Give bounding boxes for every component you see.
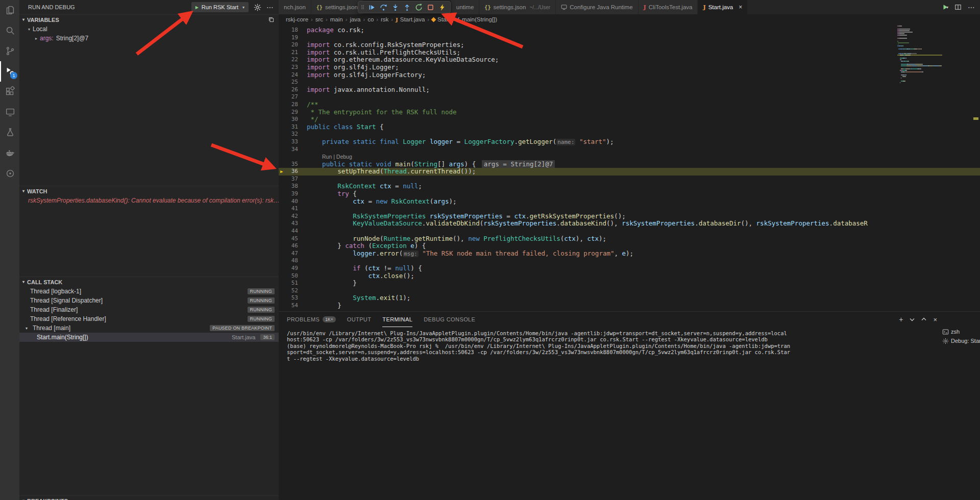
code-line-50[interactable]: 50 ctx.close(); bbox=[279, 272, 980, 280]
continue-button[interactable] bbox=[366, 2, 377, 13]
terminal-session-zsh[interactable]: zsh bbox=[940, 327, 980, 336]
breadcrumb-main-string[interactable]: ƒmain(String[]) bbox=[457, 16, 497, 22]
gutter[interactable]: 38 bbox=[279, 183, 307, 190]
restart-button[interactable] bbox=[413, 2, 424, 13]
code-line-38[interactable]: 38 RskContext ctx = null; bbox=[279, 183, 980, 190]
breadcrumb-rsk[interactable]: rsk bbox=[381, 16, 388, 22]
gutter[interactable]: 28 bbox=[279, 101, 307, 109]
tab-start-java[interactable]: JStart.java× bbox=[698, 0, 748, 14]
code-line-22[interactable]: 22import org.ethereum.datasource.KeyValu… bbox=[279, 56, 980, 64]
variables-header[interactable]: ▾ VARIABLES bbox=[19, 14, 279, 24]
step-out-button[interactable] bbox=[401, 2, 412, 13]
tab-clitoolstest-java[interactable]: JCliToolsTest.java bbox=[639, 0, 698, 14]
code-line-24[interactable]: 24import org.slf4j.LoggerFactory; bbox=[279, 71, 980, 79]
step-over-button[interactable] bbox=[378, 2, 389, 13]
tab-settings-json[interactable]: {}settings.json bbox=[311, 0, 363, 14]
code-line-23[interactable]: 23import org.slf4j.Logger; bbox=[279, 64, 980, 71]
call-stack-header[interactable]: ▾ CALL STACK bbox=[19, 277, 279, 287]
gutter[interactable]: 29 bbox=[279, 109, 307, 116]
gutter[interactable]: 34 bbox=[279, 146, 307, 154]
code-line-20[interactable]: 20import co.rsk.config.RskSystemProperti… bbox=[279, 41, 980, 49]
code-line-53[interactable]: 53 System.exit(1); bbox=[279, 294, 980, 302]
code-line-36[interactable]: 36▶ setUpThread(Thread.currentThread()); bbox=[279, 168, 980, 176]
gutter[interactable]: 47 bbox=[279, 250, 307, 258]
more-actions-icon[interactable]: ⋯ bbox=[266, 4, 274, 11]
code-line-21[interactable]: 21import co.rsk.util.PreflightChecksUtil… bbox=[279, 49, 980, 57]
code-line-49[interactable]: 49 if (ctx != null) { bbox=[279, 265, 980, 272]
breadcrumb-rskj-core[interactable]: rskj-core bbox=[286, 16, 308, 22]
code-line-45[interactable]: 45 runNode(Runtime.getRuntime(), new Pre… bbox=[279, 235, 980, 243]
thread-row[interactable]: Thread [Reference Handler]RUNNING bbox=[19, 314, 279, 323]
gutter[interactable]: 49 bbox=[279, 265, 307, 272]
code-line-41[interactable]: 41 bbox=[279, 205, 980, 213]
new-terminal-icon[interactable]: + bbox=[899, 316, 903, 323]
terminal-dropdown-icon[interactable] bbox=[910, 317, 915, 322]
gutter[interactable]: 50 bbox=[279, 272, 307, 280]
terminal-output[interactable]: /usr/bin/env /Library/Internet\ Plug-Ins… bbox=[287, 330, 938, 498]
breadcrumb-co[interactable]: co bbox=[368, 16, 374, 22]
breadcrumb-src[interactable]: src bbox=[315, 16, 323, 22]
panel-tab-problems[interactable]: PROBLEMS1K+ bbox=[287, 312, 336, 327]
run-java-button[interactable]: ▾ bbox=[942, 4, 948, 11]
code-line-30[interactable]: 30 */ bbox=[279, 116, 980, 123]
code-line-46[interactable]: 46 } catch (Exception e) { bbox=[279, 242, 980, 250]
tab-settings-json[interactable]: {}settings.json~/.../User bbox=[479, 0, 556, 14]
split-editor-icon[interactable] bbox=[954, 4, 962, 11]
codelens-run-debug[interactable]: Run | Debug bbox=[307, 153, 352, 161]
code-line-40[interactable]: 40 ctx = new RskContext(args); bbox=[279, 198, 980, 206]
search-icon[interactable] bbox=[0, 20, 19, 41]
gutter[interactable]: 51 bbox=[279, 280, 307, 287]
gutter[interactable]: 39 bbox=[279, 190, 307, 198]
docker-icon[interactable] bbox=[0, 143, 19, 163]
testing-icon[interactable] bbox=[0, 122, 19, 143]
code-line-32[interactable]: 32 bbox=[279, 131, 980, 138]
gutter[interactable]: 37 bbox=[279, 176, 307, 183]
gutter[interactable]: 27 bbox=[279, 93, 307, 101]
code-line-48[interactable]: 48 bbox=[279, 257, 980, 265]
breadcrumb-main[interactable]: main bbox=[330, 16, 343, 22]
code-editor[interactable]: 18package co.rsk;1920import co.rsk.confi… bbox=[279, 24, 980, 311]
gutter[interactable]: 24 bbox=[279, 71, 307, 79]
misc-extension-icon[interactable] bbox=[0, 163, 19, 184]
breadcrumb-java[interactable]: java bbox=[350, 16, 360, 22]
thread-row[interactable]: Thread [logback-1]RUNNING bbox=[19, 287, 279, 296]
gutter[interactable]: 41 bbox=[279, 205, 307, 213]
code-line-29[interactable]: 29 * The entrypoint for the RSK full nod… bbox=[279, 109, 980, 116]
hot-code-replace-button[interactable] bbox=[436, 2, 448, 13]
debug-config-dropdown[interactable]: ▶ Run RSK Start ▾ bbox=[191, 2, 249, 12]
tab-untime[interactable]: untime bbox=[451, 0, 480, 14]
variables-scope-local[interactable]: ▾ Local bbox=[19, 24, 279, 34]
gutter[interactable]: 19 bbox=[279, 34, 307, 42]
gutter[interactable]: 26 bbox=[279, 86, 307, 94]
breadcrumb-start-java[interactable]: JStart.java bbox=[396, 16, 425, 22]
gutter[interactable]: 22 bbox=[279, 56, 307, 64]
gutter[interactable]: 43 bbox=[279, 220, 307, 228]
tab-configure-java-runtime[interactable]: Configure Java Runtime bbox=[556, 0, 638, 14]
watch-header[interactable]: ▾ WATCH bbox=[19, 186, 279, 196]
gutter[interactable]: 44 bbox=[279, 228, 307, 235]
close-icon[interactable]: × bbox=[739, 4, 742, 11]
code-line-27[interactable]: 27 bbox=[279, 93, 980, 101]
panel-tab-terminal[interactable]: TERMINAL bbox=[382, 312, 412, 327]
variables-panel-icon[interactable] bbox=[268, 16, 275, 23]
step-into-button[interactable] bbox=[389, 2, 401, 13]
code-line-26[interactable]: 26import javax.annotation.Nonnull; bbox=[279, 86, 980, 94]
gutter[interactable]: 42 bbox=[279, 213, 307, 220]
code-line-34[interactable]: 34 bbox=[279, 146, 980, 154]
gutter[interactable]: 18 bbox=[279, 27, 307, 34]
code-line-33[interactable]: 33 private static final Logger logger = … bbox=[279, 138, 980, 146]
gutter[interactable]: 35 bbox=[279, 161, 307, 168]
gutter[interactable] bbox=[279, 153, 307, 161]
gutter[interactable]: 33 bbox=[279, 138, 307, 146]
watch-expression[interactable]: rskSystemProperties.databaseKind(): Cann… bbox=[19, 196, 279, 205]
thread-row[interactable]: Thread [Finalizer]RUNNING bbox=[19, 305, 279, 314]
gutter[interactable]: 25 bbox=[279, 79, 307, 86]
toolbar-drag-handle[interactable] bbox=[361, 3, 364, 11]
code-line-35[interactable]: 35 public static void main(String[] args… bbox=[279, 161, 980, 168]
thread-row[interactable]: ▾Thread [main]PAUSED ON BREAKPOINT bbox=[19, 323, 279, 333]
gutter[interactable]: 45 bbox=[279, 235, 307, 243]
code-line-31[interactable]: 31public class Start { bbox=[279, 123, 980, 131]
tab-nch-json[interactable]: nch.json bbox=[279, 0, 311, 14]
code-line-19[interactable]: 19 bbox=[279, 34, 980, 42]
run-and-debug-icon[interactable]: 1 bbox=[0, 61, 19, 82]
